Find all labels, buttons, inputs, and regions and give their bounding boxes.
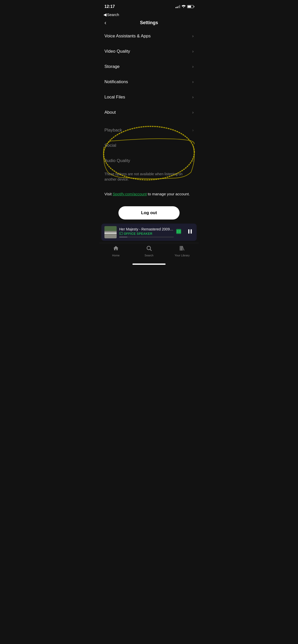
bottom-nav: Home Search Your Library [99, 243, 199, 262]
settings-item-about[interactable]: About › [103, 105, 195, 120]
nav-label-search: Search [145, 254, 154, 257]
settings-item-notifications[interactable]: Notifications › [103, 74, 195, 90]
pause-button[interactable] [186, 228, 194, 237]
chevron-icon-notifications: › [192, 80, 194, 84]
status-bar: 12:17 [99, 0, 199, 11]
settings-label-playback: Playback [104, 128, 122, 133]
svg-rect-1 [177, 230, 179, 233]
now-playing-device-row: OFFICE SPEAKER [119, 232, 174, 236]
settings-label-voice-assistants: Voice Assistants & Apps [104, 34, 151, 39]
speaker-button[interactable] [176, 228, 183, 237]
header: ‹ Settings [99, 17, 199, 28]
wifi-icon [182, 5, 186, 9]
back-nav: ◀ Search [99, 11, 199, 17]
back-button[interactable]: ‹ [103, 19, 107, 27]
settings-label-audio-quality: Audio Quality [104, 158, 130, 163]
home-indicator [99, 262, 199, 266]
settings-item-social[interactable]: Social › [103, 138, 195, 153]
home-indicator-bar [132, 264, 166, 265]
now-playing-title: Her Majesty - Remastered 2009 • T [119, 227, 174, 231]
chevron-icon-social: › [192, 143, 194, 148]
back-breadcrumb: ◀ Search [103, 12, 119, 17]
status-icons [175, 5, 194, 9]
settings-item-video-quality[interactable]: Video Quality › [103, 44, 195, 59]
nav-label-library: Your Library [175, 254, 190, 257]
now-playing-info: Her Majesty - Remastered 2009 • T OFFICE… [119, 227, 174, 237]
chevron-icon-playback: › [192, 128, 194, 133]
account-link-text: Spotify.com/account [113, 192, 147, 196]
chevron-icon-video-quality: › [192, 49, 194, 54]
nav-item-search[interactable]: Search [132, 245, 166, 257]
account-text: Visit Spotify.com/account to manage your… [104, 192, 190, 196]
status-time: 12:17 [104, 4, 115, 9]
settings-item-voice-assistants[interactable]: Voice Assistants & Apps › [103, 28, 195, 44]
album-art [104, 226, 117, 238]
progress-bar [119, 237, 174, 237]
chevron-icon-audio-quality: › [192, 158, 194, 163]
settings-label-video-quality: Video Quality [104, 49, 130, 54]
settings-label-about: About [104, 110, 116, 115]
account-text-prefix: Visit [104, 192, 113, 196]
settings-item-local-files[interactable]: Local Files › [103, 90, 195, 105]
settings-item-audio-quality[interactable]: Audio Quality › [103, 153, 195, 168]
account-text-suffix: to manage your account. [147, 192, 190, 196]
library-icon [179, 245, 185, 253]
settings-list-top: Voice Assistants & Apps › Video Quality … [99, 28, 199, 120]
battery-icon [187, 5, 194, 8]
chevron-icon-about: › [192, 110, 194, 115]
chevron-icon-voice-assistants: › [192, 34, 194, 38]
settings-label-local-files: Local Files [104, 95, 125, 100]
account-link[interactable]: Spotify.com/account [113, 192, 147, 196]
svg-rect-2 [179, 230, 181, 233]
now-playing-controls [176, 228, 194, 237]
nav-label-home: Home [112, 254, 119, 257]
logout-section: Log out [99, 201, 199, 224]
account-section: Visit Spotify.com/account to manage your… [99, 185, 199, 201]
settings-label-social: Social [104, 143, 116, 148]
svg-rect-7 [180, 246, 181, 251]
device-name: OFFICE SPEAKER [124, 232, 152, 236]
settings-title: Settings [140, 20, 158, 25]
signal-icon [175, 5, 180, 8]
settings-label-storage: Storage [104, 64, 120, 69]
svg-line-6 [150, 249, 152, 251]
now-playing-bar[interactable]: Her Majesty - Remastered 2009 • T OFFICE… [101, 224, 197, 241]
disabled-section-wrapper: Playback › Social › Audio Quality › Thes… [99, 120, 199, 185]
chevron-icon-local-files: › [192, 95, 194, 99]
settings-item-playback[interactable]: Playback › [103, 123, 195, 138]
nav-item-library[interactable]: Your Library [166, 245, 199, 257]
home-icon [113, 245, 119, 253]
svg-point-5 [147, 246, 151, 250]
search-icon [146, 245, 152, 253]
svg-rect-8 [181, 246, 182, 251]
chevron-icon-storage: › [192, 64, 194, 69]
logout-button[interactable]: Log out [118, 206, 180, 219]
cast-icon [119, 232, 123, 236]
progress-fill [119, 237, 127, 237]
settings-item-storage[interactable]: Storage › [103, 59, 195, 74]
back-arrow-breadcrumb: ◀ [103, 12, 106, 17]
disabled-notice: These options are not available when lis… [99, 168, 199, 185]
nav-item-home[interactable]: Home [99, 245, 132, 257]
settings-label-notifications: Notifications [104, 79, 128, 84]
settings-list-disabled: Playback › Social › Audio Quality › [99, 123, 199, 168]
